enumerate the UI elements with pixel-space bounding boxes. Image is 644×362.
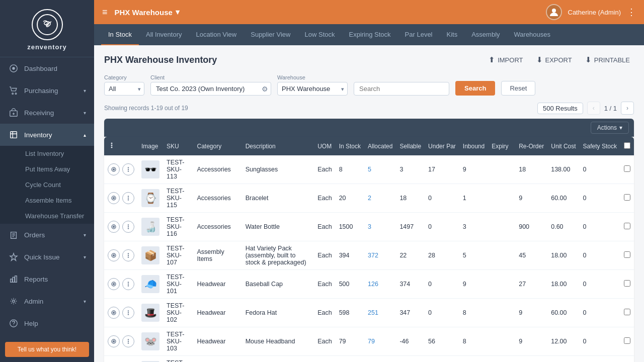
sidebar-item-receiving[interactable]: Receiving ▾ <box>0 102 94 124</box>
table-row: 🍶 TEST-SKU-116 Accessories Water Bottle … <box>104 213 634 241</box>
row-view-btn[interactable] <box>108 221 120 233</box>
col-in-stock: In Stock <box>336 137 364 155</box>
row-checkbox-cell <box>620 270 634 299</box>
sidebar-item-admin[interactable]: Admin ▾ <box>0 290 94 312</box>
svg-point-4 <box>12 93 14 95</box>
export-button[interactable]: ⬇ EXPORT <box>532 53 576 66</box>
sidebar-item-reports[interactable]: Reports <box>0 268 94 290</box>
sidebar-item-put-items-away[interactable]: Put Items Away <box>0 161 94 177</box>
row-view-btn[interactable] <box>108 192 120 204</box>
svg-point-36 <box>128 255 129 256</box>
content-area: PHX Warehouse Inventory ⬆ IMPORT ⬇ EXPOR… <box>94 45 644 362</box>
row-image-cell: 🎩 <box>138 299 163 327</box>
tab-low-stock[interactable]: Low Stock <box>298 24 342 45</box>
row-action-cell <box>104 356 138 363</box>
row-view-btn[interactable] <box>108 335 120 347</box>
sidebar-item-dashboard[interactable]: Dashboard <box>0 57 94 79</box>
sidebar-item-cycle-count[interactable]: Cycle Count <box>0 177 94 193</box>
table-row: 🎩 TEST-SKU-102 Headwear Fedora Hat Each … <box>104 299 634 327</box>
row-expiry-cell <box>488 327 515 356</box>
warehouse-select[interactable]: PHX Warehouse <box>277 82 348 96</box>
sidebar-item-help[interactable]: Help <box>0 312 94 334</box>
row-checkbox[interactable] <box>624 251 630 258</box>
pagination-info: 500 Results ‹ 1 / 1 › <box>537 102 634 115</box>
row-sku-cell: TEST-SKU-104 <box>163 356 193 363</box>
feedback-button[interactable]: Tell us what you think! <box>5 342 89 357</box>
allocated-link[interactable]: 2 <box>368 195 371 202</box>
tab-location-view[interactable]: Location View <box>189 24 244 45</box>
category-select[interactable]: All <box>104 82 144 96</box>
more-options-icon[interactable]: ⋮ <box>627 7 636 18</box>
row-menu-btn[interactable] <box>122 249 134 261</box>
sidebar-item-assemble-items[interactable]: Assemble Items <box>0 193 94 208</box>
row-checkbox[interactable] <box>624 223 630 229</box>
category-label: Category <box>104 74 144 80</box>
row-menu-btn[interactable] <box>122 278 134 290</box>
sidebar-item-label: Purchasing <box>24 87 58 95</box>
chevron-down-icon: ▾ <box>84 110 86 116</box>
sidebar-item-orders[interactable]: Orders ▾ <box>0 224 94 246</box>
row-safety-stock-cell: 0 <box>580 299 620 327</box>
sidebar-item-quick-issue[interactable]: Quick Issue ▾ <box>0 246 94 268</box>
tab-assembly[interactable]: Assembly <box>464 24 507 45</box>
allocated-link[interactable]: 126 <box>368 281 378 288</box>
row-uom-cell: Each <box>314 270 336 299</box>
row-view-btn[interactable] <box>108 278 120 290</box>
reset-button[interactable]: Reset <box>501 81 535 96</box>
row-checkbox[interactable] <box>624 309 630 315</box>
tab-all-inventory[interactable]: All Inventory <box>139 24 189 45</box>
client-input[interactable] <box>150 82 271 96</box>
printable-button[interactable]: ⬇ PRINTABLE <box>581 53 634 66</box>
tab-warehouses[interactable]: Warehouses <box>507 24 558 45</box>
row-image-cell: 🧢 <box>138 270 163 299</box>
row-menu-btn[interactable] <box>122 192 134 204</box>
dropdown-arrow-icon[interactable]: ▾ <box>176 8 180 17</box>
row-image-cell: 🍶 <box>138 213 163 241</box>
row-sku-cell: TEST-SKU-101 <box>163 270 193 299</box>
actions-button[interactable]: Actions ▾ <box>591 122 629 134</box>
allocated-link[interactable]: 5 <box>368 166 371 173</box>
row-menu-btn[interactable] <box>122 335 134 347</box>
row-view-btn[interactable] <box>108 163 120 175</box>
row-checkbox[interactable] <box>624 280 630 287</box>
allocated-link[interactable]: 372 <box>368 252 378 259</box>
row-checkbox[interactable] <box>624 194 630 201</box>
row-view-btn[interactable] <box>108 249 120 261</box>
allocated-link[interactable]: 251 <box>368 309 378 316</box>
tab-kits[interactable]: Kits <box>440 24 465 45</box>
records-text: Showing records 1-19 out of 19 <box>104 105 537 112</box>
client-filter-icon[interactable]: ⚙ <box>262 85 268 93</box>
prev-page-button[interactable]: ‹ <box>587 102 600 115</box>
menu-icon[interactable]: ≡ <box>102 7 108 18</box>
row-view-btn[interactable] <box>108 307 120 319</box>
row-checkbox[interactable] <box>624 337 630 344</box>
tab-expiring-stock[interactable]: Expiring Stock <box>342 24 397 45</box>
search-button[interactable]: Search <box>455 81 495 96</box>
import-button[interactable]: ⬆ IMPORT <box>485 53 527 66</box>
svg-point-51 <box>128 341 129 342</box>
row-category-cell: Headwear <box>193 299 242 327</box>
row-in-stock-cell: 97 <box>336 356 364 363</box>
row-sku-cell: TEST-SKU-115 <box>163 184 193 213</box>
tab-supplier-view[interactable]: Supplier View <box>244 24 297 45</box>
next-page-button[interactable]: › <box>621 102 634 115</box>
sidebar-item-label: Inventory <box>24 131 52 139</box>
row-menu-btn[interactable] <box>122 307 134 319</box>
row-checkbox[interactable] <box>624 165 630 172</box>
sidebar-item-warehouse-transfer[interactable]: Warehouse Transfer <box>0 208 94 224</box>
sidebar-item-purchasing[interactable]: Purchasing ▾ <box>0 79 94 102</box>
select-all-checkbox[interactable] <box>624 142 630 149</box>
row-menu-btn[interactable] <box>122 163 134 175</box>
table-row: 🕶️ TEST-SKU-113 Accessories Sunglasses E… <box>104 155 634 184</box>
row-menu-btn[interactable] <box>122 221 134 233</box>
sidebar-item-list-inventory[interactable]: List Inventory <box>0 146 94 161</box>
search-input[interactable] <box>354 82 449 96</box>
sidebar-item-inventory[interactable]: Inventory ▴ <box>0 124 94 146</box>
tab-in-stock[interactable]: In Stock <box>101 24 139 45</box>
allocated-link[interactable]: 3 <box>368 223 371 230</box>
inventory-table: Image SKU Category Description UOM In St… <box>104 137 634 362</box>
col-actions <box>104 137 138 155</box>
tab-par-level[interactable]: Par Level <box>398 24 440 45</box>
allocated-link[interactable]: 79 <box>368 338 375 345</box>
row-sku-cell: TEST-SKU-113 <box>163 155 193 184</box>
